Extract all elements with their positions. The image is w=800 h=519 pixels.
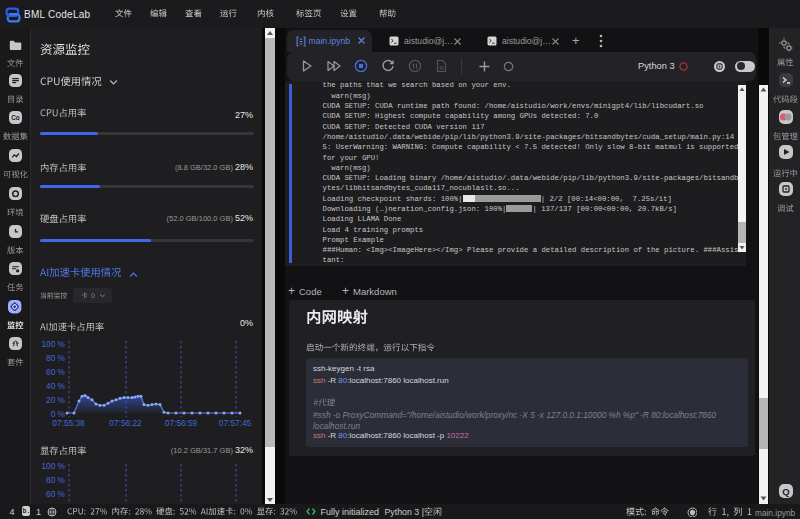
svg-text:Q: Q — [782, 486, 789, 497]
svg-text:Co: Co — [11, 115, 20, 122]
